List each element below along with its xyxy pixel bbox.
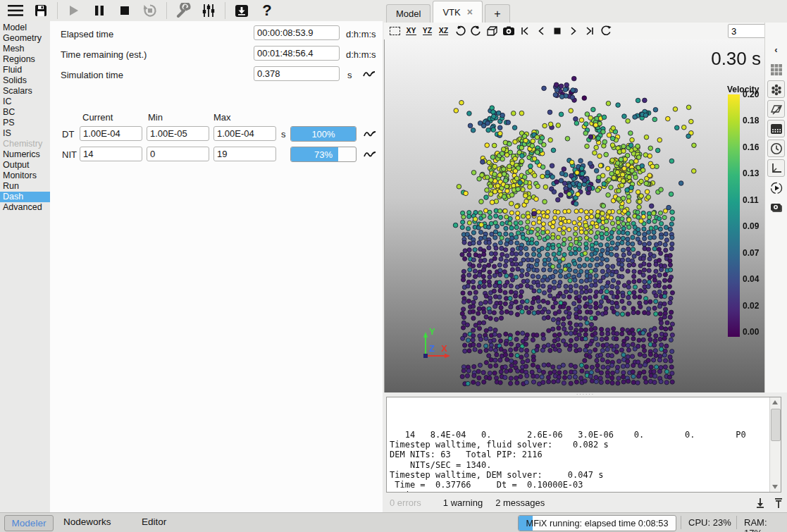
scrollbar-thumb[interactable]: [771, 409, 781, 441]
sidebar-item-output[interactable]: Output: [0, 160, 50, 171]
toolbar-separator: [166, 2, 167, 19]
close-icon[interactable]: ×: [467, 6, 473, 18]
colorbar-tick-label: 0.09: [743, 221, 759, 231]
elapsed-time-units: d:h:m:s: [346, 29, 376, 39]
dt-max-field[interactable]: [213, 126, 276, 141]
dt-current-field[interactable]: [80, 126, 142, 141]
collapse-panel-icon[interactable]: ‹: [767, 41, 785, 58]
point-cloud-box-icon[interactable]: [767, 120, 785, 137]
nit-min-field[interactable]: [147, 147, 209, 161]
axes-corner-icon[interactable]: [767, 159, 785, 177]
column-header-current: Current: [82, 112, 113, 123]
mode-tab-nodeworks[interactable]: Nodeworks: [63, 516, 111, 527]
wrench-icon[interactable]: [171, 1, 196, 20]
sidebar-item-ic[interactable]: IC: [0, 97, 50, 107]
sidebar-item-scalars[interactable]: Scalars: [0, 86, 50, 97]
scrollbar-down-arrow-icon[interactable]: [772, 485, 778, 489]
pause-icon[interactable]: [87, 1, 112, 20]
view-yz-icon[interactable]: YZ: [419, 24, 435, 39]
simulation-time-field[interactable]: [254, 66, 340, 81]
stop-playback-icon[interactable]: [549, 24, 565, 39]
dt-units: s: [281, 129, 286, 140]
grid-table-icon[interactable]: [767, 61, 785, 78]
scroll-to-bottom-icon[interactable]: [755, 497, 766, 509]
errors-count[interactable]: 0 errors: [390, 497, 421, 508]
geometry-icon[interactable]: [767, 100, 785, 118]
save-icon[interactable]: [28, 1, 54, 20]
solver-console-output[interactable]: 14 8.4E-04 0. 2.6E-06 3.0E-06 0. 0. P0Ti…: [386, 397, 781, 493]
colorbar-tick-label: 0.02: [743, 301, 759, 311]
reset-icon[interactable]: [137, 1, 163, 20]
last-frame-icon[interactable]: [581, 24, 597, 39]
run-progress-bar: MFiX running: elapsed time 0:08:53: [518, 515, 676, 531]
time-remaining-field[interactable]: [254, 46, 340, 61]
nit-current-field[interactable]: [80, 147, 142, 161]
dt-plot-wave-icon[interactable]: [363, 128, 377, 140]
nit-row-label: NIT: [62, 149, 77, 160]
warnings-count[interactable]: 1 warning: [443, 497, 483, 508]
colorbar-tick-label: 0.00: [743, 327, 759, 337]
plot-wave-icon[interactable]: [362, 68, 376, 80]
frame-time-readout: 0.30 s: [711, 48, 761, 70]
elapsed-time-field[interactable]: [254, 25, 340, 40]
ram-usage: RAM: 17%: [744, 517, 787, 532]
tab-vtk[interactable]: VTK ×: [433, 1, 482, 23]
sidebar-item-ps[interactable]: PS: [0, 118, 50, 128]
sidebar-item-fluid[interactable]: Fluid: [0, 65, 50, 75]
mode-tab-editor[interactable]: Editor: [142, 516, 166, 527]
sidebar-item-model[interactable]: Model: [0, 23, 50, 33]
help-icon[interactable]: ?: [254, 1, 280, 20]
sidebar-item-geometry[interactable]: Geometry: [0, 33, 50, 44]
console-line: DEM NITs: 63 Total PIP: 2116: [390, 450, 768, 459]
sidebar-item-advanced[interactable]: Advanced: [0, 202, 50, 213]
sidebar-item-bc[interactable]: BC: [0, 107, 50, 118]
camera-snapshot-icon[interactable]: [500, 24, 516, 39]
scroll-to-top-icon[interactable]: [773, 497, 784, 509]
vtk-viewport[interactable]: 0.30 s Velocity 0.200.180.160.130.110.09…: [384, 39, 764, 392]
screenshot-camera-icon[interactable]: [767, 199, 785, 216]
simulation-time-units: s: [347, 70, 352, 80]
first-frame-icon[interactable]: [516, 24, 533, 39]
stop-icon[interactable]: [112, 1, 137, 20]
mode-tab-modeler[interactable]: Modeler: [4, 515, 54, 531]
sidebar-item-regions[interactable]: Regions: [0, 54, 50, 65]
play-sequence-icon[interactable]: [767, 179, 785, 197]
rotate-left-icon[interactable]: [452, 24, 468, 39]
sidebar-item-is[interactable]: IS: [0, 128, 50, 139]
sidebar-item-monitors[interactable]: Monitors: [0, 171, 50, 181]
sidebar-item-run[interactable]: Run: [0, 181, 50, 192]
nit-plot-wave-icon[interactable]: [363, 148, 377, 161]
time-remaining-label: Time remaining (est.): [61, 49, 147, 60]
sidebar-item-dash[interactable]: Dash: [0, 192, 50, 202]
sidebar-item-solids[interactable]: Solids: [0, 75, 50, 86]
colorbar-tick-labels: 0.200.180.160.130.110.090.070.040.020.00: [743, 89, 767, 342]
colorbar-tick-label: 0.20: [743, 89, 759, 99]
dash-panel: Elapsed time d:h:m:s Time remaining (est…: [50, 21, 383, 512]
new-tab-button[interactable]: +: [485, 4, 510, 23]
dt-min-field[interactable]: [147, 126, 209, 141]
fit-view-icon[interactable]: [387, 24, 403, 39]
tab-model[interactable]: Model: [386, 4, 430, 23]
menu-icon[interactable]: [3, 1, 28, 20]
view-xy-icon[interactable]: XY: [403, 24, 419, 39]
messages-count[interactable]: 2 messages: [495, 497, 545, 508]
play-icon[interactable]: [61, 1, 87, 20]
next-frame-icon[interactable]: [565, 24, 581, 39]
view-xz-icon[interactable]: XZ: [435, 24, 452, 39]
previous-frame-icon[interactable]: [533, 24, 549, 39]
particles-icon[interactable]: [767, 80, 785, 98]
tab-model-label: Model: [396, 8, 421, 19]
loop-playback-icon[interactable]: [597, 24, 614, 39]
scrollbar-up-arrow-icon[interactable]: [772, 400, 778, 404]
export-icon[interactable]: [229, 1, 254, 20]
sidebar-item-mesh[interactable]: Mesh: [0, 44, 50, 54]
clock-icon[interactable]: [767, 140, 785, 157]
nit-max-field[interactable]: [213, 147, 276, 161]
perspective-icon[interactable]: [484, 24, 500, 39]
rotate-right-icon[interactable]: [468, 24, 484, 39]
toolbar-separator: [225, 2, 225, 19]
console-scrollbar[interactable]: [769, 397, 781, 492]
sidebar-item-numerics[interactable]: Numerics: [0, 149, 50, 160]
sliders-icon[interactable]: [196, 1, 221, 20]
statusbar-separator: [736, 516, 737, 529]
